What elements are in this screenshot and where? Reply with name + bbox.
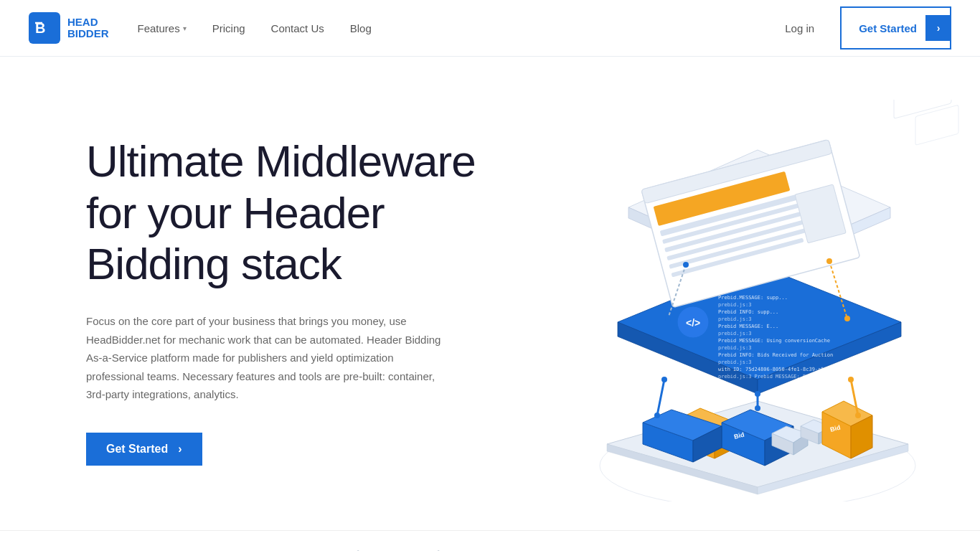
svg-text:/...: /... xyxy=(718,381,730,387)
svg-point-71 xyxy=(826,258,832,264)
cta-arrow-icon: › xyxy=(178,443,182,456)
svg-point-53 xyxy=(855,413,861,418)
navbar-left: B HEAD BIDDER Features ▾ Pricing Contact… xyxy=(29,12,372,44)
hero-content: Ultimate Middleware for your Header Bidd… xyxy=(86,136,488,465)
get-started-nav-button[interactable]: Get Started › xyxy=(840,6,951,50)
hero-cta-button[interactable]: Get Started › xyxy=(86,433,202,466)
svg-text:</>: </> xyxy=(686,317,700,329)
hint-icon-3 xyxy=(507,548,530,552)
svg-point-68 xyxy=(683,262,689,268)
svg-text:Prebid.MESSAGE: supp...: Prebid.MESSAGE: supp... xyxy=(718,295,788,301)
hero-description: Focus on the core part of your business … xyxy=(86,312,445,404)
nav-links: Features ▾ Pricing Contact Us Blog xyxy=(138,22,372,34)
svg-text:prebid.js:3: prebid.js:3 xyxy=(718,359,751,365)
svg-point-49 xyxy=(755,391,760,397)
logo-text: HEAD BIDDER xyxy=(67,17,109,40)
svg-text:Prebid INFO: supp...: Prebid INFO: supp... xyxy=(718,309,778,315)
logo[interactable]: B HEAD BIDDER xyxy=(29,12,109,44)
bottom-hint-3: Google Ads Manager xyxy=(507,548,633,552)
svg-text:Prebid INFO: Bids Received for: Prebid INFO: Bids Received for Auction xyxy=(718,352,833,358)
hero-title: Ultimate Middleware for your Header Bidd… xyxy=(86,136,488,289)
bottom-hints: Google Ads Manager xyxy=(0,530,980,551)
svg-text:prebid.js:3: prebid.js:3 xyxy=(718,316,751,322)
svg-text:prebid.js:3: prebid.js:3 xyxy=(718,345,751,351)
svg-text:Prebid MESSAGE: E...: Prebid MESSAGE: E... xyxy=(718,324,778,329)
svg-text:prebid.js:3: prebid.js:3 xyxy=(718,331,751,336)
logo-icon: B xyxy=(29,12,60,44)
svg-point-69 xyxy=(665,316,671,321)
svg-point-46 xyxy=(661,377,667,382)
navbar: B HEAD BIDDER Features ▾ Pricing Contact… xyxy=(0,0,980,57)
svg-text:with ID: 75d24806-8050-4fe1-8c: with ID: 75d24806-8050-4fe1-8c39-a57d xyxy=(718,367,830,372)
nav-blog[interactable]: Blog xyxy=(350,22,372,34)
nav-contact[interactable]: Contact Us xyxy=(271,22,324,34)
navbar-right: Log in Get Started › xyxy=(773,6,951,50)
hero-section: Ultimate Middleware for your Header Bidd… xyxy=(0,57,980,530)
svg-point-52 xyxy=(848,377,854,382)
svg-text:prebid.js:3 Prebid MESSAGE: Em: prebid.js:3 Prebid MESSAGE: Emitting xyxy=(718,374,827,380)
hint-icon-1 xyxy=(347,548,369,552)
login-button[interactable]: Log in xyxy=(773,17,826,40)
hero-illustration: Bid Bid Bid xyxy=(550,100,966,501)
svg-text:prebid.js:3: prebid.js:3 xyxy=(718,302,751,308)
nav-features[interactable]: Features ▾ xyxy=(138,22,187,34)
svg-point-47 xyxy=(654,413,660,418)
svg-line-45 xyxy=(657,380,664,415)
svg-text:Prebid MESSAGE: Using conversi: Prebid MESSAGE: Using conversionCache xyxy=(718,338,830,344)
features-arrow-icon: ▾ xyxy=(183,24,187,32)
get-started-arrow-icon: › xyxy=(925,15,951,41)
bottom-hint-2 xyxy=(427,548,450,552)
svg-point-50 xyxy=(755,405,760,411)
hint-icon-2 xyxy=(427,548,450,552)
svg-point-72 xyxy=(844,316,850,321)
bottom-hint-1 xyxy=(347,548,369,552)
nav-pricing[interactable]: Pricing xyxy=(212,22,245,34)
